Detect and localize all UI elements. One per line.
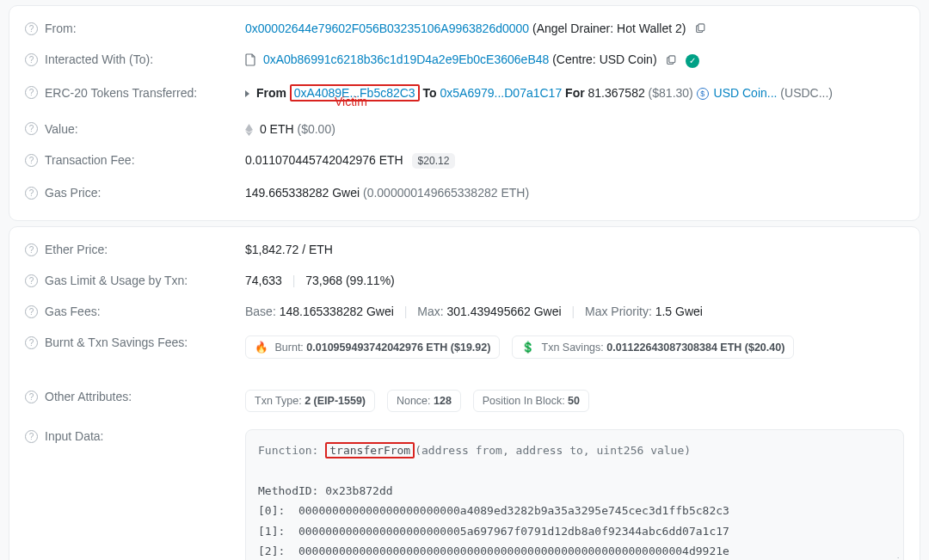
label-gas-fees: Gas Fees: — [45, 305, 101, 318]
fee-usd-badge: $20.12 — [412, 153, 456, 169]
help-icon[interactable]: ? — [25, 122, 38, 135]
copy-icon[interactable] — [665, 55, 677, 67]
nonce-pill: Nonce: 128 — [387, 390, 461, 412]
fee-text: 0.011070445742042976 ETH — [245, 153, 403, 167]
row-input-data: ? Input Data: Function: transferFrom(add… — [25, 421, 904, 560]
row-other-attributes: ? Other Attributes: Txn Type: 2 (EIP-155… — [25, 381, 904, 421]
base-label: Base: — [245, 305, 280, 318]
help-icon[interactable]: ? — [25, 305, 38, 318]
value-usd: ($0.00) — [297, 122, 335, 136]
from-address-link[interactable]: 0x00002644e79602F056B03235106A9963826d00… — [245, 22, 529, 35]
gas-price-eth: (0.000000149665338282 ETH) — [363, 186, 529, 200]
svg-rect-1 — [698, 24, 704, 31]
label-fee: Transaction Fee: — [45, 153, 135, 167]
method-id-label: MethodID: — [258, 484, 325, 497]
max-value: 301.439495662 Gwei — [446, 305, 561, 318]
help-icon[interactable]: ? — [25, 243, 38, 256]
separator: | — [571, 305, 575, 318]
function-name-highlight: transferFrom — [325, 442, 415, 458]
value-text: 0 ETH — [260, 122, 294, 136]
separator: | — [292, 274, 296, 287]
from-address-tag: (Angel Drainer: Hot Wallet 2) — [532, 22, 689, 35]
help-icon[interactable]: ? — [25, 154, 38, 167]
position-pill: Position In Block: 50 — [473, 390, 589, 412]
label-burnt: Burnt & Txn Savings Fees: — [45, 335, 188, 349]
help-icon[interactable]: ? — [25, 22, 38, 35]
svg-rect-3 — [669, 55, 675, 62]
gas-price-text: 149.665338282 Gwei — [245, 186, 363, 200]
row-gas-fees: ? Gas Fees: Base: 148.165338282 Gwei | M… — [25, 296, 904, 327]
priority-value: 1.5 Gwei — [655, 305, 703, 318]
gas-limit: 74,633 — [245, 274, 282, 287]
txn-details-card-1: ? From: 0x00002644e79602F056B03235106A99… — [9, 5, 920, 221]
help-icon[interactable]: ? — [25, 274, 38, 287]
help-icon[interactable]: ? — [25, 430, 38, 443]
contract-icon — [245, 53, 256, 69]
transfer-from-word: From — [256, 86, 290, 100]
label-input-data: Input Data: — [45, 429, 104, 443]
row-to: ? Interacted With (To): 0xA0b86991c6218b… — [25, 44, 904, 77]
input-row-0: [0]: 000000000000000000000000a4089ed3282… — [258, 504, 729, 517]
function-label: Function: — [258, 444, 325, 457]
label-gas-limit: Gas Limit & Usage by Txn: — [45, 274, 188, 287]
fire-icon: 🔥 — [255, 342, 268, 354]
input-data-box[interactable]: Function: transferFrom(address from, add… — [245, 429, 904, 560]
row-value: ? Value: 0 ETH ($0.00) — [25, 114, 904, 145]
to-address-tag: (Centre: USD Coin) — [552, 52, 660, 66]
burnt-pill: 🔥 Burnt: 0.010959493742042976 ETH ($19.9… — [245, 335, 500, 359]
label-ether-price: Ether Price: — [45, 243, 108, 256]
row-burnt: ? Burnt & Txn Savings Fees: 🔥 Burnt: 0.0… — [25, 327, 904, 367]
label-gas-price: Gas Price: — [45, 186, 101, 200]
help-icon[interactable]: ? — [25, 336, 38, 349]
caret-right-icon — [245, 90, 249, 97]
row-from: ? From: 0x00002644e79602F056B03235106A99… — [25, 13, 904, 44]
label-from: From: — [45, 22, 77, 35]
help-icon[interactable]: ? — [25, 53, 38, 66]
base-value: 148.165338282 Gwei — [280, 305, 394, 318]
verified-icon: ✓ — [686, 54, 699, 68]
savings-label: Txn Savings: — [542, 342, 607, 354]
help-icon[interactable]: ? — [25, 86, 38, 99]
burnt-value: 0.010959493742042976 ETH ($19.92) — [306, 342, 490, 354]
row-gas-price: ? Gas Price: 149.665338282 Gwei (0.00000… — [25, 177, 904, 208]
row-fee: ? Transaction Fee: 0.011070445742042976 … — [25, 145, 904, 177]
separator: | — [404, 305, 408, 318]
victim-annotation: Victim — [335, 95, 929, 108]
label-erc20: ERC-20 Tokens Transferred: — [45, 86, 197, 100]
eth-icon — [245, 124, 253, 136]
help-icon[interactable]: ? — [25, 187, 38, 200]
help-icon[interactable]: ? — [25, 391, 38, 403]
function-signature: (address from, address to, uint256 value… — [415, 444, 691, 457]
label-to: Interacted With (To): — [45, 52, 153, 66]
row-gas-limit: ? Gas Limit & Usage by Txn: 74,633 | 73,… — [25, 265, 904, 296]
input-row-1: [1]: 0000000000000000000000005a697967f07… — [258, 525, 729, 538]
savings-icon: 💲 — [521, 342, 535, 354]
to-address-link[interactable]: 0xA0b86991c6218b36c1d19D4a2e9Eb0cE3606eB… — [263, 52, 549, 66]
savings-pill: 💲 Txn Savings: 0.01122643087308384 ETH (… — [512, 335, 794, 359]
txn-details-card-2: ? Ether Price: $1,842.72 / ETH ? Gas Lim… — [9, 226, 920, 560]
copy-icon[interactable] — [694, 23, 706, 35]
method-id: 0x23b872dd — [325, 484, 392, 497]
burnt-label: Burnt: — [274, 342, 306, 354]
input-row-2: [2]: 00000000000000000000000000000000000… — [258, 545, 729, 557]
ether-price-text: $1,842.72 / ETH — [245, 243, 904, 256]
resize-handle-icon[interactable]: ⋰ — [890, 553, 900, 560]
label-other-attrs: Other Attributes: — [45, 390, 132, 403]
gas-used: 73,968 (99.11%) — [305, 274, 395, 287]
txn-type-pill: Txn Type: 2 (EIP-1559) — [245, 390, 375, 412]
row-ether-price: ? Ether Price: $1,842.72 / ETH — [25, 234, 904, 265]
label-value: Value: — [45, 122, 78, 136]
priority-label: Max Priority: — [585, 305, 655, 318]
max-label: Max: — [417, 305, 446, 318]
savings-value: 0.01122643087308384 ETH ($20.40) — [606, 342, 784, 354]
